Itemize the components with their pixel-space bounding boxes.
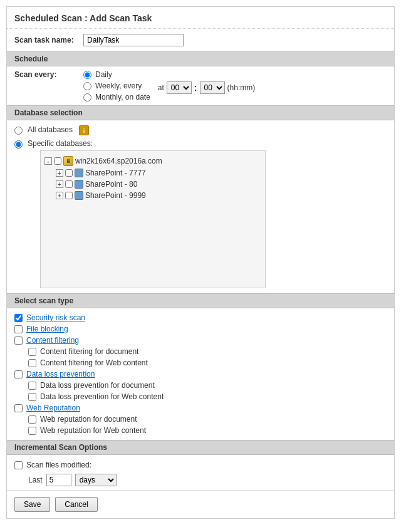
schedule-monthly-option[interactable]: Monthly, on date <box>83 93 150 102</box>
database-section-header: Database selection <box>7 105 394 120</box>
database-section: All databases i Specific databases: - 🖥 … <box>7 120 394 293</box>
content-filtering-link[interactable]: Content filtering <box>26 336 79 345</box>
scan-task-name-row: Scan task name: <box>7 29 394 51</box>
database-tree: - 🖥 win2k16x64.sp2016a.com + SharePo <box>40 150 266 288</box>
hhmm-label: (hh:mm) <box>227 83 256 92</box>
at-label: at <box>158 83 164 92</box>
button-row: Save Cancel <box>7 490 394 518</box>
tree-sp7777-checkbox[interactable] <box>65 169 73 177</box>
schedule-weekly-radio[interactable] <box>83 82 91 90</box>
security-risk-checkbox[interactable] <box>14 314 23 322</box>
schedule-options: Daily Weekly, every Monthly, on date <box>83 70 150 102</box>
security-risk-item: Security risk scan <box>14 312 387 323</box>
content-filtering-web-label: Content filtering for Web content <box>40 358 148 367</box>
web-reputation-doc-item: Web reputation for document <box>28 414 387 425</box>
time-area: at 00010203 04050607 08091011 12131415 1… <box>158 81 255 94</box>
content-filtering-item: Content filtering <box>14 335 387 346</box>
file-blocking-link[interactable]: File blocking <box>26 325 68 333</box>
content-filtering-web-item: Content filtering for Web content <box>28 357 387 368</box>
tree-sp9999-node: + SharePoint - 9999 <box>56 190 261 201</box>
security-risk-link[interactable]: Security risk scan <box>26 313 85 322</box>
specific-databases-radio[interactable] <box>14 140 23 149</box>
schedule-weekly-label: Weekly, every <box>95 81 142 90</box>
sp7777-label: SharePoint - 7777 <box>85 169 146 177</box>
schedule-daily-option[interactable]: Daily <box>83 70 150 79</box>
tree-sp9999-expand[interactable]: + <box>56 192 63 199</box>
tree-sp9999-checkbox[interactable] <box>65 192 73 199</box>
incremental-row: Scan files modified: <box>14 459 387 471</box>
info-icon: i <box>79 125 89 135</box>
tree-server-node: - 🖥 win2k16x64.sp2016a.com <box>44 155 261 167</box>
incremental-section-header: Incremental Scan Options <box>7 440 394 455</box>
last-value-input[interactable] <box>46 474 71 486</box>
days-select[interactable]: days weeks months <box>75 474 117 486</box>
schedule-daily-radio[interactable] <box>83 71 91 79</box>
schedule-section-header: Schedule <box>7 51 394 66</box>
database-options: All databases i Specific databases: - 🖥 … <box>14 125 387 288</box>
data-loss-doc-item: Data loss prevention for document <box>28 380 387 391</box>
incremental-checkbox[interactable] <box>14 461 23 469</box>
specific-databases-label: Specific databases: <box>28 139 93 148</box>
server-icon: 🖥 <box>63 156 73 166</box>
tree-server-checkbox[interactable] <box>54 157 61 165</box>
main-container: Scheduled Scan : Add Scan Task Scan task… <box>6 6 395 519</box>
scan-type-section-header: Select scan type <box>7 293 394 308</box>
specific-databases-option[interactable]: Specific databases: - 🖥 win2k16x64.sp201… <box>14 139 387 288</box>
sp9999-label: SharePoint - 9999 <box>85 191 146 200</box>
tree-sp7777-expand[interactable]: + <box>56 169 63 177</box>
data-loss-doc-label: Data loss prevention for document <box>40 381 155 390</box>
web-reputation-web-item: Web reputation for Web content <box>28 425 387 436</box>
incremental-label: Scan files modified: <box>26 461 91 469</box>
data-loss-checkbox[interactable] <box>14 370 23 378</box>
tree-server-expand[interactable]: - <box>44 157 52 165</box>
db-icon-80 <box>75 180 83 189</box>
content-filtering-doc-label: Content filtering for document <box>40 347 138 356</box>
tree-sp80-checkbox[interactable] <box>65 180 73 188</box>
time-colon: : <box>194 83 197 93</box>
content-filtering-checkbox[interactable] <box>14 336 23 345</box>
cancel-button[interactable]: Cancel <box>55 497 97 512</box>
scan-task-name-input[interactable] <box>83 34 184 46</box>
db-icon-9999 <box>75 191 83 200</box>
all-databases-label: All databases <box>28 125 73 134</box>
content-filtering-doc-item: Content filtering for document <box>28 346 387 357</box>
save-button[interactable]: Save <box>14 497 50 512</box>
schedule-monthly-radio[interactable] <box>83 93 91 102</box>
content-filtering-doc-checkbox[interactable] <box>28 348 36 356</box>
tree-sp80-node: + SharePoint - 80 <box>56 179 261 190</box>
content-filtering-web-checkbox[interactable] <box>28 359 36 367</box>
file-blocking-item: File blocking <box>14 323 387 335</box>
data-loss-link[interactable]: Data loss prevention <box>26 370 95 378</box>
schedule-daily-label: Daily <box>95 70 112 79</box>
last-label: Last <box>28 476 43 484</box>
all-databases-option[interactable]: All databases i <box>14 125 387 135</box>
data-loss-doc-checkbox[interactable] <box>28 382 36 390</box>
schedule-row: Scan every: Daily Weekly, every Monthly,… <box>7 66 394 105</box>
last-row: Last days weeks months <box>28 474 387 486</box>
tree-sp80-expand[interactable]: + <box>56 180 63 188</box>
hour-select[interactable]: 00010203 04050607 08091011 12131415 1617… <box>167 81 192 94</box>
web-reputation-web-checkbox[interactable] <box>28 427 36 435</box>
web-reputation-doc-label: Web reputation for document <box>40 415 137 424</box>
data-loss-web-item: Data loss prevention for Web content <box>28 391 387 402</box>
scan-every-label: Scan every: <box>14 70 83 79</box>
web-reputation-item: Web Reputation <box>14 402 387 414</box>
data-loss-web-label: Data loss prevention for Web content <box>40 392 164 401</box>
data-loss-item: Data loss prevention <box>14 368 387 380</box>
scan-task-name-label: Scan task name: <box>14 36 83 44</box>
server-name: win2k16x64.sp2016a.com <box>75 157 162 165</box>
tree-sp7777-node: + SharePoint - 7777 <box>56 167 261 179</box>
web-reputation-link[interactable]: Web Reputation <box>26 404 80 412</box>
web-reputation-web-label: Web reputation for Web content <box>40 426 146 435</box>
web-reputation-doc-checkbox[interactable] <box>28 415 36 424</box>
page-title: Scheduled Scan : Add Scan Task <box>7 7 394 29</box>
file-blocking-checkbox[interactable] <box>14 325 23 333</box>
minute-select[interactable]: 00051015 20253035 40455055 <box>200 81 225 94</box>
web-reputation-checkbox[interactable] <box>14 404 23 412</box>
tree-children: + SharePoint - 7777 + SharePoint - 80 <box>56 167 261 201</box>
schedule-weekly-option[interactable]: Weekly, every <box>83 81 150 90</box>
data-loss-web-checkbox[interactable] <box>28 393 36 401</box>
incremental-section: Scan files modified: Last days weeks mon… <box>7 455 394 490</box>
all-databases-radio[interactable] <box>14 127 23 135</box>
schedule-monthly-label: Monthly, on date <box>95 93 150 102</box>
